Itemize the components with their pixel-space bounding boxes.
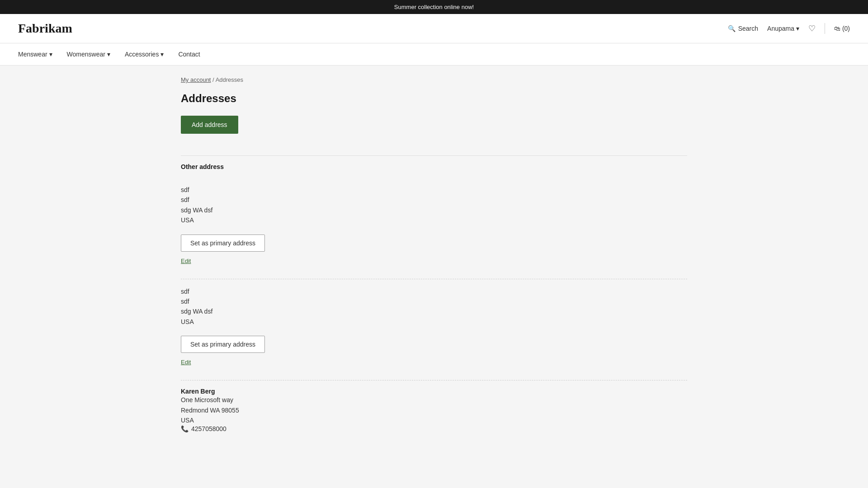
chevron-down-icon: ▾ <box>160 51 164 58</box>
address-line: One Microsoft way <box>181 395 687 405</box>
nav-accessories[interactable]: Accessories ▾ <box>125 43 164 65</box>
other-address-label: Other address <box>181 163 687 170</box>
wishlist-button[interactable]: ♡ <box>808 23 816 33</box>
chevron-down-icon: ▾ <box>796 25 799 32</box>
address-line: Redmond WA 98055 <box>181 405 687 415</box>
address-line: sdf <box>181 286 687 296</box>
set-primary-address-button-2[interactable]: Set as primary address <box>181 336 265 353</box>
page-title: Addresses <box>181 92 687 105</box>
main-content: My account / Addresses Addresses Add add… <box>163 66 705 450</box>
set-primary-address-button-1[interactable]: Set as primary address <box>181 235 265 252</box>
chevron-down-icon: ▾ <box>107 51 110 58</box>
search-icon: 🔍 <box>728 25 736 32</box>
address-entry-1: sdf sdf sdg WA dsf USA Set as primary ad… <box>181 178 687 279</box>
site-logo[interactable]: Fabrikam <box>18 21 72 36</box>
cart-count: (0) <box>842 25 850 32</box>
address-line: sdg WA dsf <box>181 306 687 316</box>
search-button[interactable]: 🔍 Search <box>728 25 758 32</box>
address-entry-2: sdf sdf sdg WA dsf USA Set as primary ad… <box>181 279 687 381</box>
address-line: USA <box>181 415 687 425</box>
address-line: sdf <box>181 296 687 306</box>
phone-line: 📞 4257058000 <box>181 425 687 432</box>
header-actions: 🔍 Search Anupama ▾ ♡ 🛍 (0) <box>728 23 850 34</box>
address-line: sdf <box>181 185 687 195</box>
address-name: Karen Berg <box>181 388 687 395</box>
chevron-down-icon: ▾ <box>49 51 52 58</box>
edit-address-link-2[interactable]: Edit <box>181 359 191 366</box>
breadcrumb: My account / Addresses <box>181 76 687 83</box>
nav-menswear[interactable]: Menswear ▾ <box>18 43 52 65</box>
nav-contact[interactable]: Contact <box>178 43 200 65</box>
address-line: USA <box>181 215 687 225</box>
section-divider <box>181 155 687 156</box>
edit-address-link-1[interactable]: Edit <box>181 258 191 264</box>
main-nav: Menswear ▾ Womenswear ▾ Accessories ▾ Co… <box>0 43 868 66</box>
address-lines-1: sdf sdf sdg WA dsf USA <box>181 185 687 225</box>
address-line: sdf <box>181 195 687 205</box>
header-divider <box>825 23 825 34</box>
promo-banner: Summer collection online now! <box>0 0 868 14</box>
nav-womenswear[interactable]: Womenswear ▾ <box>67 43 110 65</box>
username-label: Anupama <box>767 25 794 32</box>
address-line: USA <box>181 317 687 327</box>
phone-number: 4257058000 <box>191 425 226 432</box>
address-entry-3: Karen Berg One Microsoft way Redmond WA … <box>181 380 687 440</box>
cart-button[interactable]: 🛍 (0) <box>834 25 850 32</box>
phone-icon: 📞 <box>181 425 189 432</box>
site-header: Fabrikam 🔍 Search Anupama ▾ ♡ 🛍 (0) <box>0 14 868 43</box>
address-lines-2: sdf sdf sdg WA dsf USA <box>181 286 687 327</box>
breadcrumb-current: Addresses <box>216 76 243 83</box>
cart-icon: 🛍 <box>834 25 840 32</box>
breadcrumb-my-account[interactable]: My account <box>181 76 211 83</box>
user-menu[interactable]: Anupama ▾ <box>767 25 799 32</box>
address-line: sdg WA dsf <box>181 205 687 215</box>
add-address-button[interactable]: Add address <box>181 116 238 134</box>
